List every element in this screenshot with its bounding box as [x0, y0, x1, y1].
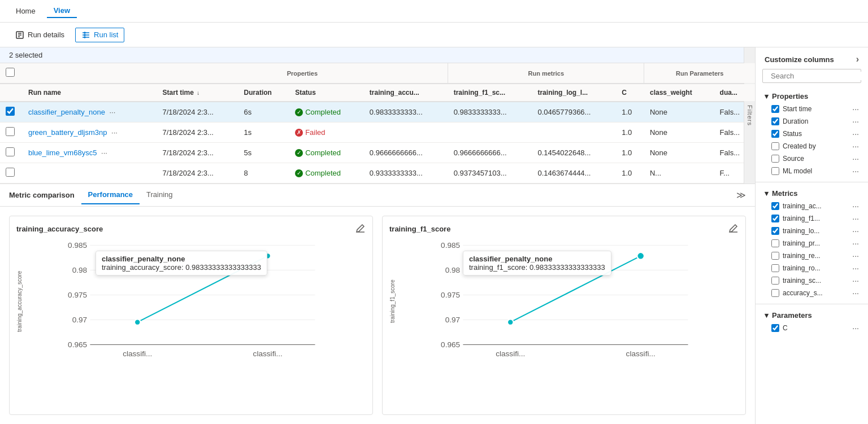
training-sc-menu[interactable]: ···: [852, 276, 859, 285]
run-details-button[interactable]: Run details: [9, 28, 71, 42]
training-f1-menu[interactable]: ···: [852, 214, 859, 223]
status-failed: ✗Failed: [295, 128, 358, 137]
training-ro-checkbox[interactable]: [771, 264, 779, 272]
customize-columns-title: Customize columns: [765, 55, 834, 64]
th-start-time[interactable]: Start time ↓: [157, 84, 238, 102]
training-sc-checkbox[interactable]: [771, 277, 779, 285]
th-status[interactable]: Status: [289, 84, 364, 102]
collapse-button[interactable]: ≫: [736, 190, 746, 200]
source-menu[interactable]: ···: [852, 154, 859, 163]
nav-view[interactable]: View: [47, 4, 77, 18]
row-checkbox-cell[interactable]: [0, 123, 23, 143]
duration-menu[interactable]: ···: [852, 117, 859, 126]
charts-container: training_accuracy_score training_accurac…: [0, 207, 755, 424]
row-dots[interactable]: ···: [109, 127, 120, 138]
th-c[interactable]: C: [616, 84, 644, 102]
training-f1-cell: [448, 123, 532, 143]
training-ac-checkbox[interactable]: [771, 202, 779, 210]
c-menu[interactable]: ···: [852, 324, 859, 333]
training-lo-menu[interactable]: ···: [852, 226, 859, 235]
th-training-f1[interactable]: training_f1_sc...: [448, 84, 532, 102]
chart-f1-edit[interactable]: [728, 223, 739, 235]
source-checkbox[interactable]: [771, 155, 779, 163]
run-name-cell[interactable]: [23, 163, 157, 183]
start-time-menu[interactable]: ···: [852, 104, 859, 113]
failed-icon: ✗: [295, 129, 303, 137]
search-input[interactable]: [771, 72, 866, 80]
created-by-checkbox[interactable]: [771, 142, 779, 150]
training-pr-menu[interactable]: ···: [852, 239, 859, 248]
svg-text:0.975: 0.975: [441, 291, 460, 299]
run-name-cell[interactable]: classifier_penalty_none ···: [23, 102, 157, 123]
run-name-cell[interactable]: blue_lime_vm68ysc5 ···: [23, 143, 157, 163]
run-list-button[interactable]: Run list: [75, 28, 124, 42]
row-checkbox[interactable]: [6, 147, 15, 156]
training-f1-checkbox[interactable]: [771, 215, 779, 222]
training-re-checkbox[interactable]: [771, 252, 779, 260]
select-all-checkbox[interactable]: [6, 68, 15, 77]
select-all-header[interactable]: [0, 63, 157, 84]
training-accu-cell: 0.9833333333...: [364, 102, 448, 123]
ml-model-checkbox[interactable]: [771, 167, 779, 175]
row-checkbox-cell[interactable]: [0, 102, 23, 123]
sidebar-parameters-header[interactable]: ▾ Parameters: [756, 309, 868, 322]
th-training-accu[interactable]: training_accu...: [364, 84, 448, 102]
duration-checkbox[interactable]: [771, 117, 779, 125]
training-pr-checkbox[interactable]: [771, 239, 779, 247]
row-checkbox[interactable]: [6, 107, 15, 116]
svg-text:0.985: 0.985: [68, 241, 87, 250]
tab-performance[interactable]: Performance: [81, 186, 140, 204]
ml-model-menu[interactable]: ···: [852, 167, 859, 176]
sidebar-close-button[interactable]: ›: [856, 54, 859, 64]
completed-icon: ✓: [295, 108, 303, 116]
start-time-label: Start time: [783, 105, 811, 113]
th-class-weight[interactable]: class_weight: [644, 84, 714, 102]
tab-training[interactable]: Training: [140, 186, 179, 204]
row-checkbox-cell[interactable]: [0, 143, 23, 163]
training-ro-menu[interactable]: ···: [852, 264, 859, 273]
training-ac-menu[interactable]: ···: [852, 202, 859, 211]
toolbar: Run details Run list: [0, 23, 868, 47]
c-label: C: [783, 324, 788, 332]
row-dots[interactable]: ···: [99, 147, 110, 158]
accuracy-s-menu[interactable]: ···: [852, 289, 859, 298]
status-cell: ✓Completed: [289, 163, 364, 183]
class-weight-cell: None: [644, 123, 714, 143]
accuracy-s-checkbox[interactable]: [771, 289, 779, 297]
row-checkbox[interactable]: [6, 127, 15, 136]
chart-accuracy-svg: 0.985 0.98 0.975 0.97 0.965 classifi... …: [28, 239, 366, 364]
parameters-label: Parameters: [772, 311, 812, 320]
status-cell: ✓Completed: [289, 143, 364, 163]
sidebar-metrics-header[interactable]: ▾ Metrics: [756, 187, 868, 200]
created-by-menu[interactable]: ···: [852, 142, 859, 151]
training-re-menu[interactable]: ···: [852, 251, 859, 260]
svg-text:0.985: 0.985: [441, 241, 460, 250]
divider-1: [756, 182, 868, 182]
source-label: Source: [783, 155, 804, 163]
sidebar-properties-header[interactable]: ▾ Properties: [756, 90, 868, 103]
training-lo-checkbox[interactable]: [771, 227, 779, 235]
th-training-log[interactable]: training_log_l...: [532, 84, 616, 102]
th-run-name[interactable]: Run name: [23, 84, 157, 102]
chart-accuracy-title: training_accuracy_score: [16, 225, 103, 233]
run-name-cell[interactable]: green_battery_dljsm3np ···: [23, 123, 157, 143]
svg-point-8: [84, 34, 85, 36]
row-checkbox[interactable]: [6, 168, 15, 177]
sidebar-search-box[interactable]: [762, 69, 861, 83]
metric-tabs-bar: Metric comparison Performance Training ≫: [0, 184, 755, 207]
th-duration[interactable]: Duration: [238, 84, 290, 102]
th-dual[interactable]: dua...: [714, 84, 755, 102]
status-menu[interactable]: ···: [852, 129, 859, 138]
start-time-checkbox[interactable]: [771, 105, 779, 113]
status-checkbox[interactable]: [771, 130, 779, 138]
training-f1-cell: 0.9666666666...: [448, 143, 532, 163]
run-list-icon: [81, 30, 90, 40]
training-re-label: training_re...: [783, 252, 821, 260]
row-checkbox-cell[interactable]: [0, 163, 23, 183]
sidebar-item-status: Status ···: [756, 128, 868, 140]
chart-accuracy-edit[interactable]: [355, 223, 366, 235]
svg-text:classifi...: classifi...: [123, 349, 152, 358]
row-dots[interactable]: ···: [107, 107, 118, 117]
nav-home[interactable]: Home: [9, 5, 42, 18]
c-checkbox[interactable]: [771, 324, 779, 332]
